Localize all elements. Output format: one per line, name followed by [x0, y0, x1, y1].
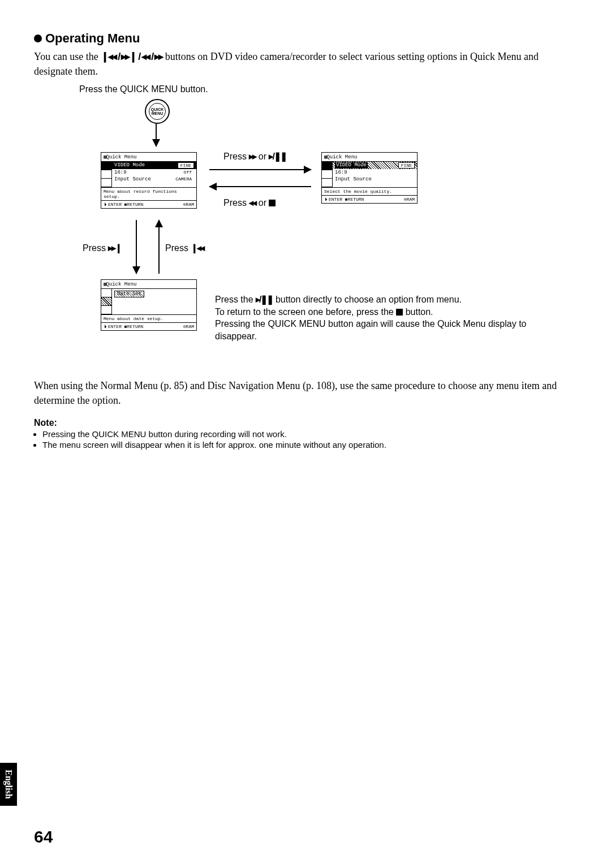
- play-pause-icon: ▸/❚❚: [256, 295, 273, 304]
- arrow-left-icon: [209, 186, 311, 187]
- press-quick-label: Press the QUICK MENU button.: [79, 84, 208, 94]
- stop-icon: [396, 309, 403, 316]
- quick-menu-button-label: QUICKMENU: [151, 107, 164, 115]
- arrow-right-icon: [209, 169, 311, 170]
- note-heading: Note:: [34, 418, 577, 428]
- menu-panel-main: ▦Quick Menu VIDEO ModeFINE 16:9Off Input…: [101, 152, 197, 209]
- arrow-down-icon-2: [136, 220, 137, 274]
- quick-menu-button-icon: QUICKMENU: [145, 99, 170, 124]
- note-item: The menu screen will disappear when it i…: [42, 440, 577, 450]
- heading-text: Operating Menu: [45, 31, 140, 46]
- post-diagram-text: When using the Normal Menu (p. 85) and D…: [34, 378, 577, 408]
- section-heading: Operating Menu: [34, 31, 577, 46]
- arrow-up-icon: [158, 220, 160, 274]
- menu-panel-date: ▦Quick Menu Date Set Menu about date set…: [101, 279, 197, 331]
- note-item: Pressing the QUICK MENU button during re…: [42, 429, 577, 439]
- nav-buttons-icon: ❙◂◂ / ▸▸❙ / ◂◂ / ▸▸: [101, 51, 162, 62]
- press-prev-label: Press ❙◂◂: [165, 243, 204, 253]
- language-tab: English: [0, 763, 17, 806]
- menu-panel-options: ▦Quick Menu VIDEO ModeFINE 16:9 Input So…: [321, 152, 418, 204]
- panel-title: ▦Quick Menu: [101, 153, 196, 162]
- flow-diagram: Press the QUICK MENU button. QUICKMENU ▦…: [34, 84, 577, 367]
- explanation-text: Press the ▸/❚❚ button directly to choose…: [215, 293, 566, 342]
- press-ff-label: Press ▸▸ or ▸/❚❚: [223, 151, 286, 162]
- page-number: 64: [34, 827, 53, 847]
- intro-paragraph: You can use the ❙◂◂ / ▸▸❙ / ◂◂ / ▸▸ butt…: [34, 49, 577, 79]
- arrow-down-icon: [156, 124, 157, 146]
- heading-bullet: [34, 34, 42, 42]
- press-next-label: Press ▸▸❙: [83, 243, 121, 253]
- press-rw-label: Press ◂◂ or: [223, 197, 276, 208]
- note-list: Pressing the QUICK MENU button during re…: [34, 429, 577, 450]
